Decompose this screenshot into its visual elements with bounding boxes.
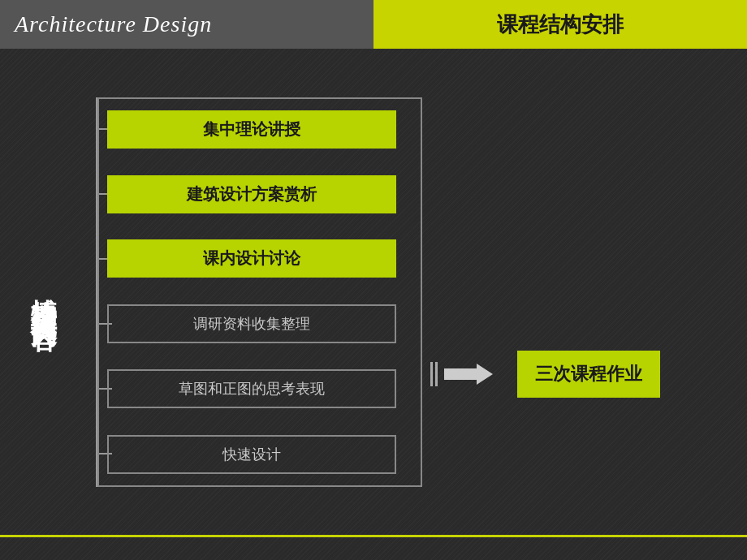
item-row-6: 快速设计 (97, 435, 406, 474)
double-line (430, 362, 438, 386)
item-row-5: 草图和正图的思考表现 (97, 369, 406, 408)
header-left: Architecture Design (0, 0, 374, 49)
result-box: 三次课程作业 (517, 351, 660, 398)
app-title: Architecture Design (15, 11, 212, 37)
main-content: 博物馆建筑设计内容 集中理论讲授 (0, 57, 747, 528)
item-box-6: 快速设计 (107, 435, 396, 474)
item-box-4: 调研资料收集整理 (107, 304, 396, 343)
line-2 (435, 362, 438, 386)
bottom-line (0, 535, 747, 537)
items-area: 集中理论讲授 建筑设计方案赏析 课内设计讨论 调研资料收集整理 (97, 97, 406, 487)
item-box-3: 课内设计讨论 (107, 239, 396, 278)
item-row-1: 集中理论讲授 (97, 110, 406, 149)
arrow-result-group: 三次课程作业 (430, 351, 660, 398)
item-row-3: 课内设计讨论 (97, 239, 406, 278)
item-box-5: 草图和正图的思考表现 (107, 369, 396, 408)
item-box-2: 建筑设计方案赏析 (107, 175, 396, 213)
left-bracket (73, 97, 97, 487)
svg-marker-0 (444, 364, 493, 385)
right-section-wrapper: 三次课程作业 (430, 97, 660, 487)
page-title: 课程结构安排 (497, 11, 624, 39)
item-row-2: 建筑设计方案赏析 (97, 175, 406, 213)
header-right: 课程结构安排 (374, 0, 747, 49)
items-wrapper: 集中理论讲授 建筑设计方案赏析 课内设计讨论 调研资料收集整理 (97, 97, 422, 487)
arrow-icon (444, 362, 493, 386)
item-row-4: 调研资料收集整理 (97, 304, 406, 343)
line-1 (430, 362, 433, 386)
left-vertical-label: 博物馆建筑设计内容 (16, 278, 57, 307)
item-box-1: 集中理论讲授 (107, 110, 396, 149)
header: Architecture Design 课程结构安排 (0, 0, 747, 49)
bracket-container: 集中理论讲授 建筑设计方案赏析 课内设计讨论 调研资料收集整理 (73, 65, 715, 519)
